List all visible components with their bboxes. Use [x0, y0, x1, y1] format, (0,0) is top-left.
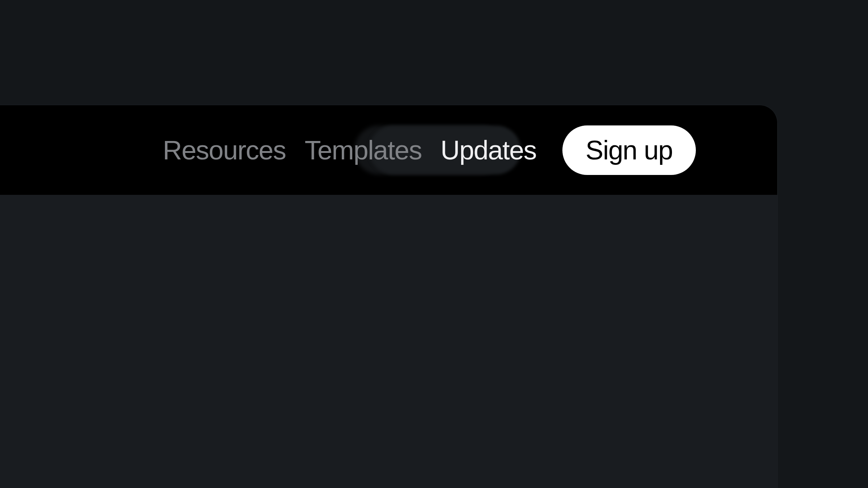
- nav-link-resources[interactable]: Resources: [163, 135, 286, 166]
- nav-bar: Resources Templates Updates Sign up: [0, 105, 777, 195]
- nav-link-templates[interactable]: Templates: [305, 135, 422, 166]
- nav-link-updates[interactable]: Updates: [441, 135, 536, 166]
- main-panel: Resources Templates Updates Sign up: [0, 105, 778, 488]
- content-area: [0, 195, 778, 488]
- signup-button[interactable]: Sign up: [562, 125, 695, 175]
